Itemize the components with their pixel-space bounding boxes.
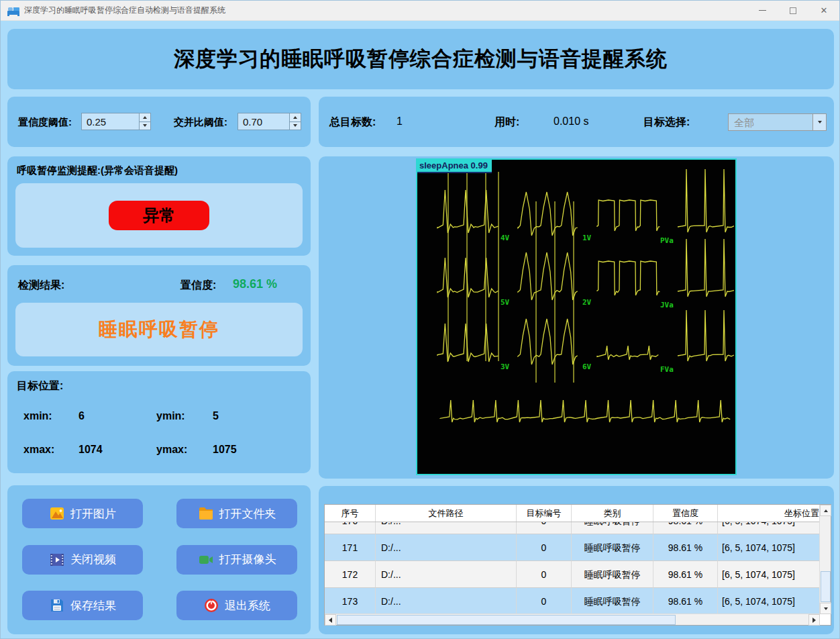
table-row[interactable]: 170 D:/... 0 睡眠呼吸暂停 98.61 % [6, 5, 1074,… (325, 522, 820, 534)
close-video-button[interactable]: 关闭视频 (22, 545, 143, 575)
apnea-status-badge[interactable]: 异常 (109, 201, 209, 230)
cell-path: D:/... (376, 522, 517, 534)
arrow-left-icon (329, 618, 332, 623)
power-icon (203, 597, 219, 613)
svg-text:1V: 1V (582, 234, 592, 242)
iou-spin-buttons (289, 113, 301, 130)
total-targets-label: 总目标数: (329, 115, 376, 130)
apnea-monitor-title: 呼吸暂停监测提醒:(异常会语音提醒) (17, 164, 178, 177)
threshold-panel: 置信度阈值: 0.25 交并比阈值: 0.70 (7, 97, 311, 147)
cell-class: 睡眠呼吸暂停 (572, 534, 653, 561)
xmin-value: 6 (78, 410, 85, 422)
target-select-label: 目标选择: (643, 115, 690, 130)
confidence-threshold-spinbox[interactable]: 0.25 (81, 113, 151, 130)
save-results-button[interactable]: 保存结果 (22, 591, 143, 620)
button-label: 打开图片 (70, 506, 116, 522)
cell-index: 172 (325, 561, 376, 588)
scroll-left-button[interactable] (325, 614, 336, 626)
time-used-value: 0.010 s (554, 115, 588, 128)
cell-class: 睡眠呼吸暂停 (572, 561, 653, 588)
button-label: 退出系统 (225, 598, 270, 613)
scroll-down-button[interactable] (820, 603, 831, 614)
detection-result-panel: 检测结果: 置信度: 98.61 % 睡眠呼吸暂停 (7, 265, 311, 366)
cell-class: 睡眠呼吸暂停 (572, 588, 653, 614)
col-header-path: 文件路径 (376, 505, 517, 522)
cell-confidence: 98.61 % (653, 534, 718, 561)
close-button[interactable]: ✕ (808, 1, 839, 21)
target-position-panel: 目标位置: xmin: 6 ymin: 5 xmax: 1074 ymax: 1… (7, 371, 311, 473)
scroll-right-button[interactable] (808, 614, 820, 626)
ymin-label: ymin: (156, 410, 185, 422)
apnea-status-container: 异常 (15, 183, 303, 248)
result-value-container: 睡眠呼吸暂停 (15, 303, 303, 356)
vertical-scroll-thumb[interactable] (821, 571, 831, 602)
minimize-button[interactable] (747, 1, 778, 21)
confidence-threshold-value[interactable]: 0.25 (82, 113, 139, 130)
xmin-label: xmin: (23, 410, 52, 422)
main-window: 深度学习的睡眠呼吸暂停综合症检测与语音提醒系统 置信度阈值: 0.25 交并比阈… (1, 21, 839, 638)
open-camera-button[interactable]: 打开摄像头 (176, 545, 297, 575)
page-title: 深度学习的睡眠呼吸暂停综合症检测与语音提醒系统 (174, 45, 668, 73)
iou-spin-up[interactable] (290, 113, 301, 121)
header-panel: 深度学习的睡眠呼吸暂停综合症检测与语音提醒系统 (7, 29, 834, 89)
col-header-target: 目标编号 (517, 505, 572, 522)
table-row[interactable]: 171 D:/... 0 睡眠呼吸暂停 98.61 % [6, 5, 1074,… (325, 534, 820, 561)
button-label: 关闭视频 (70, 552, 116, 567)
confidence-spin-up[interactable] (140, 113, 150, 121)
iou-threshold-value[interactable]: 0.70 (238, 113, 289, 130)
xmax-label: xmax: (23, 444, 54, 456)
exit-system-button[interactable]: 退出系统 (176, 591, 297, 620)
iou-spin-down[interactable] (290, 121, 301, 130)
ecg-image: 4V1VPVa5V2VJVa3V6VFVa sleepApnea 0.99 (416, 158, 737, 475)
detection-label: sleepApnea 0.99 (417, 160, 492, 173)
video-icon (49, 552, 65, 568)
time-used-label: 用时: (494, 115, 519, 130)
svg-text:PVa: PVa (660, 236, 674, 245)
horizontal-scrollbar[interactable] (325, 613, 820, 625)
arrow-down-icon (824, 607, 828, 610)
total-targets-value: 1 (397, 115, 403, 128)
apnea-monitor-panel: 呼吸暂停监测提醒:(异常会语音提醒) 异常 (7, 156, 311, 256)
folder-icon (198, 505, 214, 522)
button-label: 打开摄像头 (219, 552, 276, 567)
cell-coords: [6, 5, 1074, 1075] (718, 534, 820, 561)
horizontal-scroll-thumb[interactable] (337, 615, 676, 625)
open-folder-button[interactable]: 打开文件夹 (176, 499, 297, 528)
cell-confidence: 98.61 % (653, 588, 718, 614)
svg-text:JVa: JVa (660, 301, 674, 309)
scroll-up-button[interactable] (820, 505, 831, 516)
cell-coords: [6, 5, 1074, 1075] (718, 588, 820, 614)
svg-text:FVa: FVa (660, 365, 674, 374)
button-label: 打开文件夹 (219, 506, 276, 522)
table-row[interactable]: 173 D:/... 0 睡眠呼吸暂停 98.61 % [6, 5, 1074,… (325, 588, 820, 614)
spin-up-icon (293, 116, 297, 119)
result-label: 检测结果: (18, 279, 64, 293)
cell-target: 0 (517, 522, 572, 534)
target-select-dropdown[interactable]: 全部 (728, 113, 827, 131)
cell-confidence: 98.61 % (653, 561, 718, 588)
dropdown-button[interactable] (812, 114, 826, 130)
cell-class: 睡眠呼吸暂停 (572, 522, 653, 534)
spin-down-icon (143, 124, 147, 127)
xmax-value: 1074 (78, 444, 103, 456)
save-icon (49, 597, 65, 613)
col-header-coords: 坐标位置 (718, 505, 820, 522)
camera-icon (198, 552, 214, 568)
arrow-up-icon (824, 509, 828, 512)
confidence-spin-down[interactable] (140, 121, 150, 130)
vertical-scrollbar[interactable] (819, 505, 831, 614)
iou-threshold-spinbox[interactable]: 0.70 (238, 113, 301, 130)
confidence-value: 98.61 % (233, 277, 277, 291)
cell-confidence: 98.61 % (653, 522, 718, 534)
action-buttons-panel: 打开图片 打开文件夹 关闭视频 打开摄像头 保存结果 退出系统 (7, 485, 311, 634)
table-row[interactable]: 172 D:/... 0 睡眠呼吸暂停 98.61 % [6, 5, 1074,… (325, 561, 820, 588)
cell-target: 0 (517, 561, 572, 588)
results-table: 序号 文件路径 目标编号 类别 置信度 坐标位置 170 D:/... 0 睡眠… (324, 504, 831, 626)
svg-text:4V: 4V (501, 234, 510, 242)
maximize-button[interactable] (778, 1, 808, 21)
target-position-title: 目标位置: (17, 379, 63, 393)
ymax-value: 1075 (213, 444, 237, 456)
cell-coords: [6, 5, 1074, 1075] (718, 561, 820, 588)
cell-target: 0 (517, 588, 572, 614)
open-image-button[interactable]: 打开图片 (22, 499, 143, 528)
